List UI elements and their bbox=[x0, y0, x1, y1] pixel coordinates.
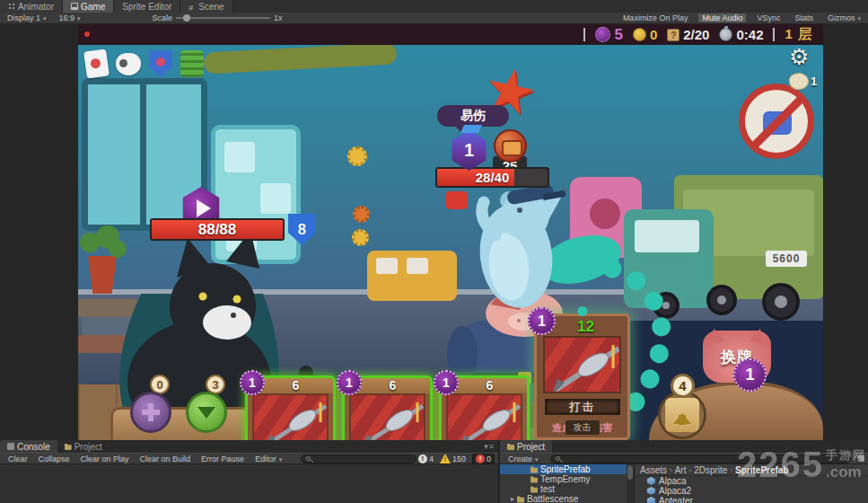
project-tab-bar: Project bbox=[500, 440, 868, 453]
tree-item-spriteprefab[interactable]: SpritePrefab bbox=[500, 464, 634, 474]
tab-sprite-editor[interactable]: Sprite Editor bbox=[114, 0, 180, 13]
gem-icon bbox=[595, 27, 610, 42]
folder-icon bbox=[530, 466, 538, 473]
scale-knob[interactable] bbox=[183, 14, 190, 22]
draw-pile-button[interactable]: 0 bbox=[130, 375, 171, 433]
asset-label: Alpaca2 bbox=[659, 486, 691, 496]
tree-item-test[interactable]: test bbox=[500, 484, 634, 494]
error-icon bbox=[476, 454, 485, 463]
console-panel: Console Project Clear Collapse Clear on … bbox=[0, 440, 499, 503]
tab-label: Project bbox=[75, 442, 102, 452]
expand-caret-icon[interactable] bbox=[511, 495, 514, 503]
card-type-tag: 攻击 bbox=[566, 420, 600, 435]
console-counts: 4 150 0 bbox=[418, 454, 495, 464]
info-count-toggle[interactable]: 4 bbox=[418, 454, 434, 463]
card-art bbox=[349, 393, 425, 440]
vsync-button[interactable]: VSync bbox=[753, 13, 784, 22]
animator-icon bbox=[8, 3, 15, 10]
search-icon bbox=[556, 456, 560, 461]
game-toolbar: Display 1 16:9 Scale 1x Maximize On Play… bbox=[0, 13, 868, 24]
project-body: SpritePrefab TempEnemy test Battlescense… bbox=[500, 464, 868, 503]
project-options-icon[interactable] bbox=[858, 455, 864, 462]
tab-label: Scene bbox=[198, 2, 224, 12]
targeting-dot bbox=[577, 306, 587, 316]
enemy-mark-icon bbox=[445, 191, 468, 209]
tab-scene[interactable]: Scene bbox=[180, 0, 232, 13]
clear-on-play-button[interactable]: Clear on Play bbox=[76, 454, 134, 463]
enemy-health-text: 28/40 bbox=[437, 169, 548, 186]
attack-fist-icon bbox=[494, 129, 527, 163]
energy-counter: 4 bbox=[671, 374, 695, 398]
display-dropdown[interactable]: Display 1 bbox=[4, 13, 50, 22]
error-pause-button[interactable]: Error Pause bbox=[197, 454, 249, 463]
pet-card-icon[interactable] bbox=[83, 49, 110, 78]
record-dot bbox=[84, 31, 90, 37]
asset-item-alpaca[interactable]: Alpaca bbox=[635, 476, 868, 486]
card-value: 6 bbox=[293, 378, 300, 393]
game-toolbar-right: Maximize On Play Mute Audio VSync Stats … bbox=[619, 13, 864, 22]
tab-label: Sprite Editor bbox=[122, 2, 171, 12]
tab-game[interactable]: Game bbox=[63, 0, 114, 13]
flower-shield-icon[interactable] bbox=[149, 50, 172, 77]
breadcrumb-separator: › bbox=[670, 466, 672, 474]
discard-pile-button[interactable]: 3 bbox=[186, 375, 227, 433]
scale-slider[interactable] bbox=[176, 17, 270, 19]
hand-card[interactable]: 1 6 bbox=[245, 375, 336, 440]
plus-icon bbox=[142, 403, 160, 421]
create-dropdown[interactable]: Create bbox=[504, 454, 543, 463]
tree-item-battlescense[interactable]: Battlescense bbox=[500, 494, 634, 503]
tree-label: SpritePrefab bbox=[540, 464, 591, 474]
mute-audio-button[interactable]: Mute Audio bbox=[698, 13, 746, 22]
error-count: 0 bbox=[487, 454, 491, 463]
editor-dropdown[interactable]: Editor bbox=[250, 454, 286, 463]
breadcrumb-art[interactable]: Art bbox=[675, 465, 687, 475]
collapse-button[interactable]: Collapse bbox=[34, 454, 75, 463]
breadcrumb-2dsprite[interactable]: 2Dsprite bbox=[694, 465, 727, 475]
tree-scrollbar[interactable] bbox=[627, 464, 634, 503]
warning-count-toggle[interactable]: 150 bbox=[440, 454, 466, 463]
project-toolbar: Create bbox=[500, 453, 868, 464]
project-icon bbox=[507, 443, 514, 450]
asset-item-anteater[interactable]: Anteater bbox=[635, 496, 868, 503]
end-turn-button[interactable] bbox=[658, 391, 706, 439]
game-icon bbox=[71, 3, 78, 10]
maximize-on-play-button[interactable]: Maximize On Play bbox=[619, 13, 692, 22]
scroll-icon bbox=[787, 71, 810, 92]
scale-value: 1x bbox=[274, 13, 283, 22]
card-name: 打击 bbox=[545, 399, 620, 415]
breadcrumb-separator: › bbox=[688, 466, 691, 474]
tab-project-left[interactable]: Project bbox=[57, 440, 110, 453]
tab-project[interactable]: Project bbox=[500, 440, 552, 453]
asset-item-alpaca2[interactable]: Alpaca2 bbox=[635, 486, 868, 496]
green-deck-icon[interactable] bbox=[180, 50, 204, 77]
folder-icon bbox=[530, 476, 538, 483]
hand-card[interactable]: 1 6 bbox=[439, 375, 530, 440]
deck-counter: 2/20 bbox=[667, 27, 709, 42]
scroll-counter[interactable]: 1 bbox=[789, 73, 817, 90]
active-card-strike[interactable]: 1 12 打击 造成12点伤害 攻击 bbox=[534, 313, 630, 440]
hand-card[interactable]: 1 6 bbox=[342, 375, 433, 440]
up-arrow-icon bbox=[671, 404, 693, 426]
tab-label: Console bbox=[17, 442, 50, 452]
settings-gear-icon[interactable] bbox=[789, 44, 809, 70]
tree-label: test bbox=[540, 484, 555, 494]
project-search-input[interactable] bbox=[550, 454, 851, 463]
tab-animator[interactable]: Animator bbox=[0, 0, 63, 13]
clear-button[interactable]: Clear bbox=[4, 454, 32, 463]
card-value: 6 bbox=[487, 378, 494, 393]
stats-button[interactable]: Stats bbox=[791, 13, 817, 22]
tree-item-tempenemy[interactable]: TempEnemy bbox=[500, 474, 634, 484]
breadcrumb-spriteprefab[interactable]: SpritePrefab bbox=[735, 465, 788, 475]
asset-label: Alpaca bbox=[659, 476, 687, 486]
folder-icon bbox=[530, 486, 538, 493]
error-count-toggle[interactable]: 0 bbox=[472, 454, 495, 464]
tab-console[interactable]: Console bbox=[0, 440, 57, 453]
breadcrumb-assets[interactable]: Assets bbox=[640, 465, 667, 475]
clear-on-build-button[interactable]: Clear on Build bbox=[136, 454, 196, 463]
pet-head-icon[interactable] bbox=[116, 53, 141, 75]
console-log-area[interactable] bbox=[0, 464, 498, 503]
aspect-dropdown[interactable]: 16:9 bbox=[56, 13, 84, 22]
console-search-input[interactable] bbox=[301, 454, 416, 463]
panel-menu-icon[interactable] bbox=[484, 442, 495, 451]
gizmos-button[interactable]: Gizmos bbox=[824, 13, 864, 22]
